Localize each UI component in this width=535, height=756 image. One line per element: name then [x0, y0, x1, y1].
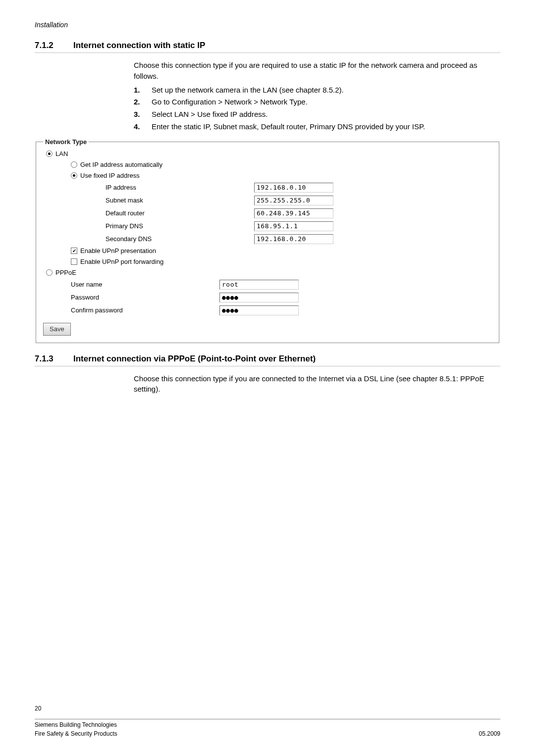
section-number: 7.1.3 — [35, 354, 73, 364]
default-router-label: Default router — [106, 209, 254, 217]
radio-icon — [46, 151, 53, 157]
ip-address-label: IP address — [106, 184, 254, 191]
section-rule — [35, 52, 500, 53]
footer-company-line-2: Fire Safety & Security Products — [35, 729, 117, 738]
footer-rule — [35, 719, 500, 719]
save-button[interactable]: Save — [43, 323, 71, 336]
section-number: 7.1.2 — [35, 41, 73, 50]
network-type-fieldset: Network Type LAN Get IP address automati… — [36, 138, 499, 343]
pppoe-radio-row[interactable]: PPPoE — [46, 267, 492, 278]
get-ip-auto-radio-row[interactable]: Get IP address automatically — [71, 159, 492, 170]
primary-dns-input[interactable]: 168.95.1.1 — [254, 221, 333, 231]
checkbox-icon — [71, 248, 77, 254]
network-type-legend: Network Type — [43, 138, 89, 146]
intro-paragraph: Choose this connection type if you are r… — [134, 60, 500, 82]
secondary-dns-label: Secondary DNS — [106, 235, 254, 243]
upnp-presentation-checkbox-row[interactable]: Enable UPnP presentation — [71, 246, 492, 256]
page-header: Installation — [35, 21, 500, 29]
default-router-input[interactable]: 60.248.39.145 — [254, 208, 333, 218]
upnp-port-forwarding-checkbox-row[interactable]: Enable UPnP port forwarding — [71, 256, 492, 267]
page-footer: 20 Siemens Building Technologies Fire Sa… — [35, 705, 500, 738]
lan-label: LAN — [55, 150, 68, 157]
radio-icon — [46, 269, 53, 276]
username-label: User name — [71, 281, 219, 288]
checkbox-icon — [71, 258, 77, 265]
radio-icon — [71, 172, 77, 179]
section-title: Internet connection via PPPoE (Point-to-… — [73, 354, 316, 364]
subnet-mask-input[interactable]: 255.255.255.0 — [254, 196, 333, 205]
confirm-password-input[interactable]: ●●●● — [219, 305, 299, 315]
get-ip-auto-label: Get IP address automatically — [80, 161, 162, 168]
step-number: 1. — [134, 85, 152, 96]
subnet-mask-label: Subnet mask — [106, 197, 254, 204]
username-input[interactable]: root — [219, 280, 299, 290]
step-text: Set up the network camera in the LAN (se… — [152, 85, 344, 96]
step-number: 2. — [134, 97, 152, 107]
section-title: Internet connection with static IP — [73, 41, 205, 50]
pppoe-label: PPPoE — [55, 269, 76, 276]
secondary-dns-input[interactable]: 192.168.0.20 — [254, 234, 333, 244]
lan-radio-row[interactable]: LAN — [46, 149, 492, 159]
step-number: 3. — [134, 109, 152, 120]
password-label: Password — [71, 294, 219, 301]
confirm-password-label: Confirm password — [71, 306, 219, 314]
radio-icon — [71, 161, 77, 168]
step-text: Select LAN > Use fixed IP address. — [152, 109, 268, 120]
step-text: Go to Configuration > Network > Network … — [152, 97, 308, 107]
section-paragraph: Choose this connection type if you are c… — [134, 373, 500, 395]
use-fixed-ip-radio-row[interactable]: Use fixed IP address — [71, 170, 492, 181]
footer-date: 05.2009 — [479, 729, 500, 738]
password-input[interactable]: ●●●● — [219, 293, 299, 302]
ip-address-input[interactable]: 192.168.0.10 — [254, 183, 333, 193]
step-text: Enter the static IP, Subnet mask, Defaul… — [152, 121, 425, 132]
upnp-presentation-label: Enable UPnP presentation — [80, 247, 156, 254]
page-number: 20 — [35, 705, 500, 712]
footer-company-line-1: Siemens Building Technologies — [35, 720, 117, 729]
upnp-port-forwarding-label: Enable UPnP port forwarding — [80, 258, 163, 265]
step-number: 4. — [134, 121, 152, 132]
section-rule — [35, 366, 500, 366]
use-fixed-ip-label: Use fixed IP address — [80, 172, 140, 179]
primary-dns-label: Primary DNS — [106, 222, 254, 230]
